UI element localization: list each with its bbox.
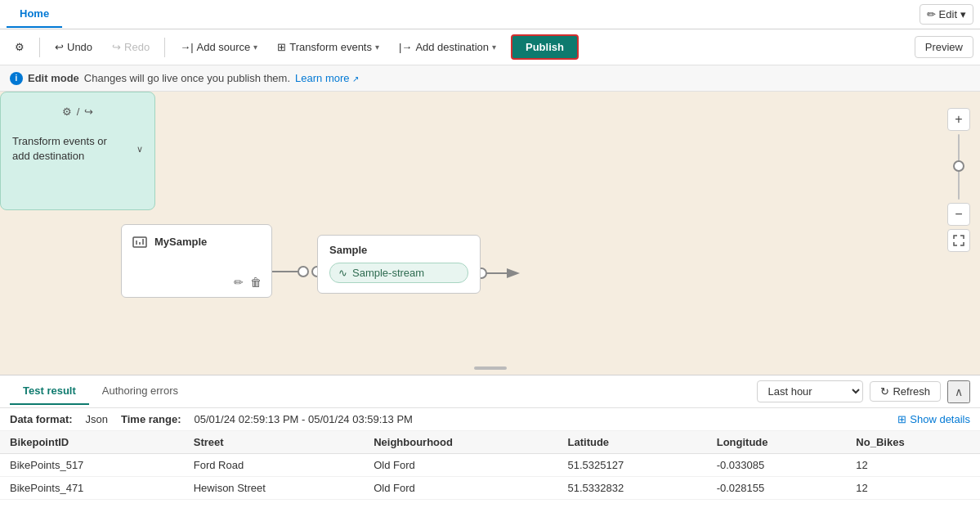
svg-point-1 <box>298 267 308 276</box>
transform-chevron-icon[interactable]: ∨ <box>136 144 143 155</box>
col-latitude: Latitude <box>558 431 707 454</box>
edit-button[interactable]: ✏ Edit ▾ <box>920 4 973 25</box>
add-source-label: Add source <box>197 41 251 53</box>
table-header-row: BikepointID Street Neighbourhood Latitud… <box>0 431 980 454</box>
table-cell: 51.5325127 <box>558 454 707 477</box>
tab-authoring-errors[interactable]: Authoring errors <box>89 378 191 405</box>
info-mode: Edit mode <box>28 72 79 84</box>
table-header: BikepointID Street Neighbourhood Latitud… <box>0 431 980 454</box>
data-format-value: Json <box>86 413 108 425</box>
table-cell: BikePoints_471 <box>0 477 184 500</box>
redo-label: Redo <box>124 41 150 53</box>
tab-test-result[interactable]: Test result <box>10 378 89 405</box>
zoom-fit-button[interactable] <box>947 229 970 252</box>
tab-home[interactable]: Home <box>7 1 62 28</box>
col-longitude: Longitude <box>707 431 847 454</box>
table-row: BikePoints_517Ford RoadOld Ford51.532512… <box>0 454 980 477</box>
canvas-scroll-indicator <box>474 366 507 370</box>
zoom-in-button[interactable]: + <box>947 108 970 131</box>
table-cell: Hewison Street <box>184 477 364 500</box>
table-body: BikePoints_517Ford RoadOld Ford51.532512… <box>0 454 980 500</box>
toolbar-right: Preview <box>915 36 973 58</box>
redo-icon: ↪ <box>112 41 121 53</box>
transform-icons: ⚙ / ↪ <box>62 106 94 118</box>
zoom-slider-thumb[interactable] <box>953 160 964 172</box>
mysample-node-header: MySample <box>132 233 262 250</box>
undo-icon: ↩ <box>55 41 64 53</box>
add-destination-button[interactable]: |→ Add destination ▾ <box>391 37 504 57</box>
refresh-icon: ↻ <box>880 385 889 398</box>
sample-node[interactable]: Sample ∿ Sample-stream <box>317 235 481 294</box>
canvas: MySample ✏ 🗑 Sample ∿ Sample-stream ⚙ / … <box>0 92 980 375</box>
transform-node[interactable]: ⚙ / ↪ Transform events or add destinatio… <box>0 92 155 210</box>
mysample-node-icon <box>132 233 148 250</box>
add-destination-label: Add destination <box>415 41 489 53</box>
time-range-select[interactable]: Last hourLast 15 minutesLast day <box>757 380 863 402</box>
zoom-out-button[interactable]: − <box>947 203 970 226</box>
edit-node-icon[interactable]: ✏ <box>234 276 244 289</box>
results-table: BikepointID Street Neighbourhood Latitud… <box>0 431 980 500</box>
table-cell: Old Ford <box>364 477 557 500</box>
transform-bottom: Transform events or add destination ∨ <box>12 134 143 164</box>
table-cell: BikePoints_517 <box>0 454 184 477</box>
arrow-right-icon: ↪ <box>84 106 93 118</box>
zoom-slider-track <box>958 134 960 200</box>
toolbar-divider-1 <box>39 38 40 57</box>
external-link-icon: ↗ <box>352 74 359 83</box>
info-bar: i Edit mode Changes will go live once yo… <box>0 65 980 92</box>
add-source-button[interactable]: →| Add source ▾ <box>172 37 266 57</box>
learn-more-link[interactable]: Learn more ↗ <box>295 72 359 84</box>
bottom-panel-right: Last hourLast 15 minutesLast day ↻ Refre… <box>757 380 970 403</box>
col-street: Street <box>184 431 364 454</box>
col-neighbourhood: Neighbourhood <box>364 431 557 454</box>
mysample-node-footer: ✏ 🗑 <box>132 276 262 289</box>
time-range-label: Time range: <box>121 413 181 425</box>
table-cell: 51.5332832 <box>558 477 707 500</box>
tab-bar: Home ✏ Edit ▾ <box>0 0 980 29</box>
toolbar: ⚙ ↩ Undo ↪ Redo →| Add source ▾ ⊞ Transf… <box>0 29 980 65</box>
table-cell: Ford Road <box>184 454 364 477</box>
bottom-panel: Test result Authoring errors Last hourLa… <box>0 375 980 526</box>
transform-text: Transform events or add destination <box>12 134 136 164</box>
show-details-icon: ⊞ <box>897 413 906 425</box>
bottom-panel-header: Test result Authoring errors Last hourLa… <box>0 375 980 408</box>
tab-bar-right: ✏ Edit ▾ <box>920 4 973 25</box>
redo-button[interactable]: ↪ Redo <box>104 37 158 57</box>
table-cell: 12 <box>846 477 980 500</box>
info-message: Changes will go live once you publish th… <box>84 72 290 84</box>
publish-button[interactable]: Publish <box>511 34 579 60</box>
learn-more-label: Learn more <box>295 72 349 84</box>
collapse-button[interactable]: ∧ <box>947 380 970 403</box>
transform-events-chevron-icon: ▾ <box>375 43 379 52</box>
show-details-button[interactable]: ⊞ Show details <box>897 413 970 425</box>
settings-button[interactable]: ⚙ <box>7 37 33 57</box>
zoom-controls: + − <box>947 108 970 252</box>
settings-icon: ⚙ <box>15 41 25 53</box>
time-range-value: 05/01/24 02:59:13 PM - 05/01/24 03:59:13… <box>195 413 413 425</box>
add-source-chevron-icon: ▾ <box>253 43 257 52</box>
transform-events-label: Transform events <box>289 41 372 53</box>
edit-chevron-icon: ▾ <box>960 8 966 20</box>
publish-label: Publish <box>526 41 564 53</box>
slash-separator: / <box>77 106 80 118</box>
stream-badge: ∿ Sample-stream <box>329 263 468 283</box>
add-source-icon: →| <box>180 41 193 53</box>
refresh-label: Refresh <box>893 385 930 398</box>
table-cell: Old Ford <box>364 454 557 477</box>
undo-label: Undo <box>67 41 92 53</box>
sample-node-title: Sample <box>329 244 468 256</box>
stream-icon: ∿ <box>338 267 347 279</box>
mysample-node[interactable]: MySample ✏ 🗑 <box>121 224 272 298</box>
delete-node-icon[interactable]: 🗑 <box>250 276 262 289</box>
show-details-label: Show details <box>910 413 970 425</box>
stream-label: Sample-stream <box>352 267 424 279</box>
pencil-icon: ✏ <box>927 8 936 20</box>
refresh-button[interactable]: ↻ Refresh <box>870 381 941 402</box>
undo-button[interactable]: ↩ Undo <box>47 37 101 57</box>
col-bikepointid: BikepointID <box>0 431 184 454</box>
transform-events-button[interactable]: ⊞ Transform events ▾ <box>269 37 387 57</box>
info-icon: i <box>10 72 23 85</box>
preview-button[interactable]: Preview <box>915 36 973 58</box>
table-cell: -0.028155 <box>707 477 847 500</box>
edit-label: Edit <box>939 8 957 20</box>
